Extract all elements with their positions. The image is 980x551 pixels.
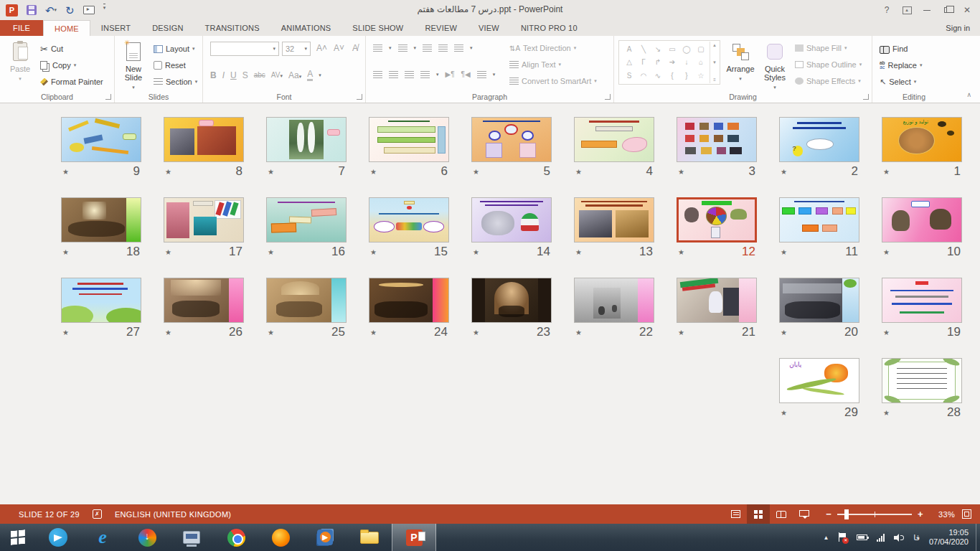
tab-slide-show[interactable]: SLIDE SHOW <box>341 20 414 36</box>
tab-review[interactable]: REVIEW <box>414 20 468 36</box>
animation-star-icon[interactable]: ★ <box>62 248 69 256</box>
slide-thumbnail-12[interactable] <box>677 197 757 242</box>
slide-thumbnail-29[interactable]: پایان <box>779 358 859 403</box>
animation-star-icon[interactable]: ★ <box>781 248 787 256</box>
slide-thumbnail-10[interactable] <box>882 197 962 242</box>
animation-star-icon[interactable]: ★ <box>268 168 274 176</box>
animation-star-icon[interactable]: ★ <box>165 248 171 256</box>
animation-star-icon[interactable]: ★ <box>473 248 479 256</box>
volume-icon[interactable] <box>894 534 904 542</box>
slide-thumbnail-20[interactable] <box>779 278 859 323</box>
animation-star-icon[interactable]: ★ <box>678 329 684 336</box>
font-dialog-launcher[interactable] <box>357 94 362 100</box>
slide-show-button[interactable] <box>793 504 816 524</box>
undo-button[interactable]: ↶▾ <box>45 4 57 17</box>
layout-button[interactable]: Layout▾ <box>154 42 195 56</box>
animation-star-icon[interactable]: ★ <box>62 168 69 176</box>
animation-star-icon[interactable]: ★ <box>883 248 890 256</box>
restore-button[interactable] <box>937 2 957 18</box>
animation-star-icon[interactable]: ★ <box>575 168 582 176</box>
language-indicator[interactable]: ENGLISH (UNITED KINGDOM) <box>115 510 231 519</box>
animation-star-icon[interactable]: ★ <box>883 168 890 176</box>
taskbar-chrome-icon[interactable] <box>214 524 258 551</box>
slide-thumbnail-8[interactable] <box>164 117 244 162</box>
reset-button[interactable]: Reset <box>154 58 186 72</box>
slide-thumbnail-16[interactable] <box>266 197 347 242</box>
help-button[interactable]: ? <box>877 2 897 18</box>
slide-thumbnail-21[interactable] <box>677 278 757 323</box>
taskbar-remote-desktop-icon[interactable] <box>169 524 214 551</box>
animation-star-icon[interactable]: ★ <box>883 329 890 336</box>
fit-slide-to-window-button[interactable] <box>962 509 971 519</box>
animation-star-icon[interactable]: ★ <box>165 329 171 336</box>
taskbar-powerpoint-icon[interactable]: P <box>392 524 436 551</box>
taskbar-start-button[interactable] <box>0 524 36 551</box>
animation-star-icon[interactable]: ★ <box>781 409 787 417</box>
close-button[interactable]: ✕ <box>957 2 977 18</box>
zoom-level[interactable]: 33% <box>930 510 955 519</box>
paragraph-dialog-launcher[interactable] <box>605 94 611 100</box>
arrange-button[interactable]: Arrange▾ <box>723 40 758 83</box>
sign-in-link[interactable]: Sign in <box>946 24 970 32</box>
minimize-button[interactable] <box>917 2 937 18</box>
tab-animations[interactable]: ANIMATIONS <box>270 20 342 36</box>
slide-thumbnail-18[interactable] <box>61 197 141 242</box>
animation-star-icon[interactable]: ★ <box>678 248 684 256</box>
zoom-out-button[interactable]: − <box>826 509 831 519</box>
show-desktop-button[interactable] <box>976 524 980 551</box>
tab-design[interactable]: DESIGN <box>141 20 194 36</box>
slide-thumbnail-1[interactable]: تولید و توزیع <box>882 117 962 162</box>
tab-insert[interactable]: INSERT <box>90 20 141 36</box>
replace-button[interactable]: abacReplace▾ <box>880 58 922 72</box>
shape-gallery-scroll[interactable]: ▲▼≡ <box>710 42 719 83</box>
animation-star-icon[interactable]: ★ <box>883 409 890 417</box>
find-button[interactable]: Find <box>880 42 908 56</box>
slide-thumbnail-2[interactable]: ? <box>779 117 859 162</box>
animation-star-icon[interactable]: ★ <box>575 248 582 256</box>
zoom-in-button[interactable]: + <box>918 509 923 519</box>
taskbar-firefox-icon[interactable] <box>258 524 303 551</box>
slide-thumbnail-22[interactable] <box>574 278 654 323</box>
zoom-slider[interactable] <box>837 514 912 515</box>
animation-star-icon[interactable]: ★ <box>473 168 479 176</box>
slide-thumbnail-6[interactable] <box>369 117 449 162</box>
slide-thumbnail-27[interactable] <box>61 278 141 323</box>
slide-thumbnail-3[interactable] <box>677 117 757 162</box>
animation-star-icon[interactable]: ★ <box>678 168 684 176</box>
slide-thumbnail-28[interactable] <box>882 358 962 403</box>
slide-thumbnail-7[interactable] <box>266 117 347 162</box>
ribbon-display-options-button[interactable]: ▴ <box>897 2 917 18</box>
battery-icon[interactable] <box>857 534 867 540</box>
animation-star-icon[interactable]: ★ <box>370 329 377 336</box>
reading-view-button[interactable] <box>770 504 793 524</box>
spell-check-icon[interactable]: ✗ <box>93 509 102 519</box>
cut-button[interactable]: ✂Cut <box>40 42 63 56</box>
animation-star-icon[interactable]: ★ <box>370 168 377 176</box>
slide-sorter-view-button[interactable] <box>747 504 770 524</box>
save-icon[interactable] <box>27 5 37 15</box>
section-button[interactable]: Section▾ <box>154 75 197 89</box>
hidden-icons-arrow[interactable]: ▲ <box>823 534 829 541</box>
slide-thumbnail-15[interactable] <box>369 197 449 242</box>
animation-star-icon[interactable]: ★ <box>575 329 582 336</box>
new-slide-button[interactable]: New Slide▾ <box>116 40 151 92</box>
select-button[interactable]: ↖Select▾ <box>880 75 916 89</box>
taskbar-file-explorer-icon[interactable] <box>347 524 392 551</box>
slide-thumbnail-9[interactable] <box>61 117 141 162</box>
slide-thumbnail-17[interactable] <box>164 197 244 242</box>
animation-star-icon[interactable]: ★ <box>781 168 787 176</box>
animation-star-icon[interactable]: ★ <box>781 329 787 336</box>
slide-thumbnail-23[interactable] <box>471 278 552 323</box>
taskbar-internet-explorer-icon[interactable]: e <box>80 524 125 551</box>
slide-thumbnail-19[interactable] <box>882 278 962 323</box>
animation-star-icon[interactable]: ★ <box>268 248 274 256</box>
normal-view-button[interactable] <box>724 504 747 524</box>
slide-thumbnail-26[interactable] <box>164 278 244 323</box>
tab-view[interactable]: VIEW <box>468 20 510 36</box>
taskbar-media-player-icon[interactable] <box>303 524 347 551</box>
tab-file[interactable]: FILE <box>0 20 43 36</box>
copy-button[interactable]: Copy▾ <box>40 58 76 72</box>
format-painter-button[interactable]: Format Painter <box>40 75 103 89</box>
language-switcher[interactable]: فا <box>913 533 920 542</box>
slide-thumbnail-25[interactable] <box>266 278 347 323</box>
